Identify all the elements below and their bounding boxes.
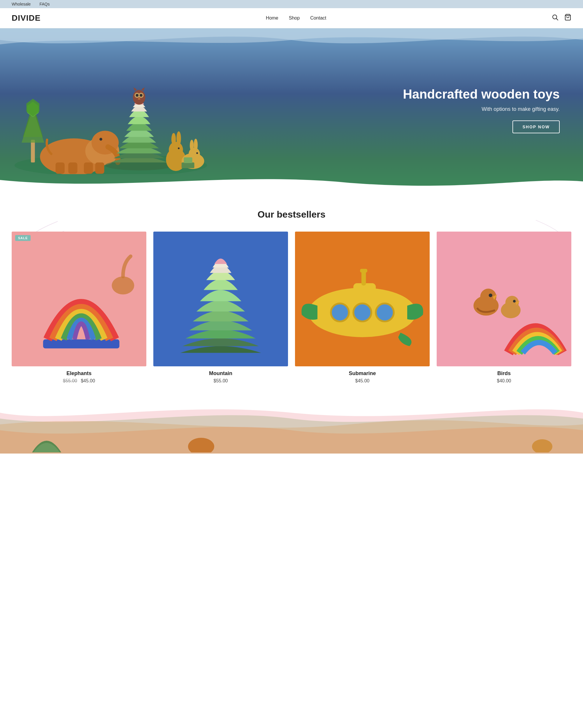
svg-rect-39	[43, 339, 119, 348]
svg-point-47	[331, 303, 349, 321]
site-header: DIVIDE Home Shop Contact	[0, 8, 583, 28]
svg-point-34	[194, 138, 198, 151]
top-bar: Wholesale FAQs	[0, 0, 583, 8]
main-nav: Home Shop Contact	[266, 16, 326, 21]
product-image-mountain	[153, 232, 288, 366]
sale-badge: SALE	[15, 235, 31, 241]
hero-title: Handcrafted wooden toys	[403, 87, 560, 102]
search-icon[interactable]	[552, 14, 558, 23]
shop-now-button[interactable]: SHOP NOW	[512, 121, 560, 133]
svg-point-35	[196, 152, 198, 154]
svg-point-40	[112, 277, 134, 294]
svg-point-22	[140, 94, 142, 97]
product-card-submarine[interactable]: Submarine $45.00	[295, 232, 430, 384]
svg-marker-24	[134, 87, 137, 91]
nav-shop[interactable]: Shop	[289, 16, 300, 21]
product-card-birds[interactable]: Birds $40.00	[437, 232, 571, 384]
product-name-elephants: Elephants	[12, 370, 146, 376]
product-card-elephants[interactable]: SALE E	[12, 232, 146, 384]
svg-point-59	[188, 438, 214, 452]
svg-point-54	[489, 294, 492, 297]
product-price-birds: $40.00	[437, 378, 571, 384]
product-image-birds	[437, 232, 571, 366]
hero-subtitle: With options to make gifting easy.	[403, 106, 560, 112]
product-name-submarine: Submarine	[295, 370, 430, 376]
product-image-elephants: SALE	[12, 232, 146, 366]
sale-price-elephants: $45.00	[81, 378, 95, 383]
price-mountain: $55.00	[214, 378, 228, 383]
svg-line-1	[556, 19, 558, 20]
hero-content: Handcrafted wooden toys With options to …	[403, 87, 560, 133]
bestsellers-section: Our bestsellers SALE	[0, 192, 583, 395]
svg-point-18	[133, 90, 145, 105]
svg-point-12	[100, 138, 102, 140]
header-icons	[552, 14, 571, 23]
svg-rect-36	[182, 162, 194, 168]
svg-marker-25	[141, 87, 145, 91]
bestsellers-title: Our bestsellers	[12, 209, 571, 220]
svg-point-33	[190, 140, 194, 151]
hero-section: Handcrafted wooden toys With options to …	[0, 28, 583, 192]
product-name-birds: Birds	[437, 370, 571, 376]
faqs-link[interactable]: FAQs	[39, 2, 50, 6]
svg-rect-4	[31, 140, 35, 162]
product-name-mountain: Mountain	[153, 370, 288, 376]
svg-point-30	[178, 148, 179, 149]
product-card-mountain[interactable]: Mountain $55.00	[153, 232, 288, 384]
svg-point-27	[169, 142, 183, 157]
wholesale-link[interactable]: Wholesale	[12, 2, 31, 6]
cart-icon[interactable]	[564, 14, 571, 23]
svg-point-49	[376, 303, 394, 321]
site-logo[interactable]: DIVIDE	[12, 14, 40, 23]
hero-illustration	[12, 52, 210, 174]
svg-rect-46	[360, 269, 367, 272]
svg-point-29	[176, 131, 181, 146]
svg-point-28	[171, 133, 176, 146]
svg-point-21	[136, 94, 138, 97]
svg-rect-44	[353, 283, 376, 306]
bottom-teaser	[0, 395, 583, 453]
svg-point-60	[532, 439, 552, 452]
products-grid: SALE E	[12, 232, 571, 384]
price-submarine: $45.00	[355, 378, 370, 383]
nav-contact[interactable]: Contact	[310, 16, 326, 21]
svg-point-48	[353, 303, 371, 321]
svg-point-58	[513, 300, 516, 303]
price-birds: $40.00	[497, 378, 511, 383]
nav-home[interactable]: Home	[266, 16, 278, 21]
product-price-submarine: $45.00	[295, 378, 430, 384]
original-price-elephants: $55.00	[63, 378, 77, 383]
product-image-submarine	[295, 232, 430, 366]
product-price-mountain: $55.00	[153, 378, 288, 384]
svg-rect-37	[184, 157, 192, 163]
product-price-elephants: $55.00 $45.00	[12, 378, 146, 384]
